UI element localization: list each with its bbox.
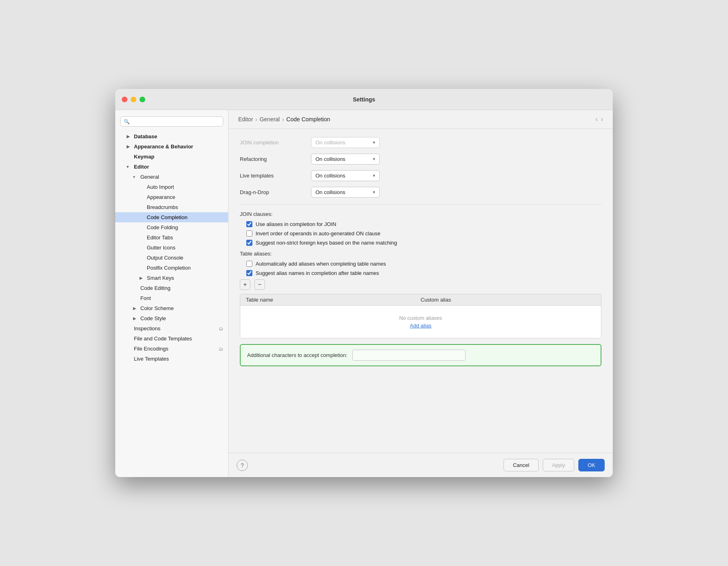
sidebar-item-postfix-completion[interactable]: ▶ Postfix Completion xyxy=(115,263,228,273)
auto-add-aliases-checkbox[interactable] xyxy=(246,261,252,267)
sidebar-item-label: Appearance & Behavior xyxy=(134,144,193,150)
invert-order-checkbox[interactable] xyxy=(246,230,252,237)
file-encodings-icon: 🗂 xyxy=(219,346,223,351)
chevron-down-icon: ▾ xyxy=(133,175,139,179)
sidebar-item-output-console[interactable]: ▶ Output Console xyxy=(115,253,228,263)
alias-table-header: Table name Custom alias xyxy=(240,294,601,306)
no-aliases-text: No custom aliases xyxy=(399,315,442,321)
sidebar-item-label: File and Code Templates xyxy=(134,336,192,342)
search-icon: 🔍 xyxy=(124,119,130,125)
join-completion-dropdown[interactable]: On collisions ▾ xyxy=(311,137,380,148)
completion-input[interactable] xyxy=(352,350,466,361)
apply-button[interactable]: Apply xyxy=(543,459,575,471)
window-controls xyxy=(122,97,145,102)
forward-button[interactable]: › xyxy=(601,116,603,123)
sidebar-item-label: Postfix Completion xyxy=(147,265,190,271)
sidebar-item-appearance-behavior[interactable]: ▶ Appearance & Behavior xyxy=(115,142,228,152)
cancel-button[interactable]: Cancel xyxy=(504,459,538,471)
drag-n-drop-row: Drag-n-Drop On collisions ▾ xyxy=(240,187,601,198)
sidebar-item-editor[interactable]: ▾ Editor xyxy=(115,162,228,172)
live-templates-label: Live templates xyxy=(240,173,305,179)
search-input[interactable] xyxy=(132,118,220,125)
custom-alias-col-header: Custom alias xyxy=(421,297,595,303)
chevron-down-icon: ▾ xyxy=(373,173,375,178)
sidebar-item-label: Code Folding xyxy=(147,224,178,230)
add-alias-link[interactable]: Add alias xyxy=(410,323,431,329)
sidebar-item-label: Code Completion xyxy=(147,214,187,220)
sidebar-item-inspections[interactable]: ▶ Inspections 🗂 xyxy=(115,323,228,334)
sidebar-item-color-scheme[interactable]: ▶ Color Scheme xyxy=(115,303,228,313)
bottom-bar: ? Cancel Apply OK xyxy=(229,453,613,477)
breadcrumb-bar: Editor › General › Code Completion ‹ › xyxy=(229,110,613,129)
ok-button[interactable]: OK xyxy=(578,459,605,471)
invert-order-row: Invert order of operands in auto-generat… xyxy=(240,230,601,237)
suggest-foreign-keys-checkbox[interactable] xyxy=(246,240,252,246)
chevron-down-icon: ▾ xyxy=(127,165,132,169)
sidebar-item-gutter-icons[interactable]: ▶ Gutter Icons xyxy=(115,243,228,253)
use-aliases-join-label: Use aliases in completion for JOIN xyxy=(256,221,336,227)
sidebar-item-label: Appearance xyxy=(147,194,175,200)
sidebar-item-live-templates[interactable]: ▶ Live Templates xyxy=(115,354,228,364)
live-templates-value: On collisions xyxy=(315,173,370,179)
sidebar-item-label: Font xyxy=(140,295,151,301)
sidebar-item-file-code-templates[interactable]: ▶ File and Code Templates xyxy=(115,334,228,344)
sidebar-item-code-style[interactable]: ▶ Code Style xyxy=(115,313,228,323)
sidebar-item-label: Editor Tabs xyxy=(147,234,173,241)
settings-dialog: Settings 🔍 ▶ Database ▶ Appearance & Beh… xyxy=(115,89,613,477)
sidebar-item-code-editing[interactable]: ▶ Code Editing xyxy=(115,283,228,293)
sidebar-item-label: Inspections xyxy=(134,325,161,332)
chevron-right-icon: ▶ xyxy=(127,134,132,139)
sidebar-item-code-completion[interactable]: ▶ Code Completion xyxy=(115,212,228,222)
suggest-foreign-keys-row: Suggest non-strict foreign keys based on… xyxy=(240,240,601,246)
sidebar-item-auto-import[interactable]: ▶ Auto Import xyxy=(115,182,228,192)
sidebar-item-database[interactable]: ▶ Database xyxy=(115,131,228,142)
table-aliases-heading: Table aliases: xyxy=(240,251,601,257)
minimize-button[interactable] xyxy=(131,97,136,102)
refactoring-value: On collisions xyxy=(315,156,370,162)
join-completion-row: JOIN completion On collisions ▾ xyxy=(240,137,601,148)
sidebar-item-general[interactable]: ▾ General xyxy=(115,172,228,182)
sidebar-item-label: Editor xyxy=(134,164,149,170)
breadcrumb-sep-1: › xyxy=(256,116,257,122)
invert-order-label: Invert order of operands in auto-generat… xyxy=(256,230,381,237)
chevron-right-icon: ▶ xyxy=(133,316,139,321)
sidebar-item-label: File Encodings xyxy=(134,346,168,352)
title-bar: Settings xyxy=(115,89,613,110)
search-box[interactable]: 🔍 xyxy=(120,116,223,127)
sidebar-item-appearance[interactable]: ▶ Appearance xyxy=(115,192,228,202)
sidebar-item-keymap[interactable]: ▶ Keymap xyxy=(115,152,228,162)
remove-alias-btn[interactable]: − xyxy=(254,279,265,290)
add-alias-btn[interactable]: + xyxy=(240,279,250,290)
use-aliases-join-checkbox[interactable] xyxy=(246,221,252,227)
close-button[interactable] xyxy=(122,97,127,102)
maximize-button[interactable] xyxy=(140,97,145,102)
live-templates-dropdown[interactable]: On collisions ▾ xyxy=(311,170,380,181)
sidebar-item-smart-keys[interactable]: ▶ Smart Keys xyxy=(115,273,228,283)
drag-n-drop-dropdown[interactable]: On collisions ▾ xyxy=(311,187,380,198)
join-clauses-heading: JOIN clauses: xyxy=(240,211,601,217)
chevron-down-icon: ▾ xyxy=(373,190,375,195)
completion-box: Additional characters to accept completi… xyxy=(240,344,601,366)
sidebar-item-code-folding[interactable]: ▶ Code Folding xyxy=(115,222,228,232)
help-button[interactable]: ? xyxy=(237,460,248,471)
sidebar-item-label: Color Scheme xyxy=(140,305,174,311)
suggest-foreign-keys-label: Suggest non-strict foreign keys based on… xyxy=(256,240,397,246)
dialog-title: Settings xyxy=(353,96,375,103)
sidebar-item-file-encodings[interactable]: ▶ File Encodings 🗂 xyxy=(115,344,228,354)
content-scroll: JOIN completion On collisions ▾ Refactor… xyxy=(229,129,613,453)
content-area: Editor › General › Code Completion ‹ › J… xyxy=(229,110,613,477)
sidebar-item-editor-tabs[interactable]: ▶ Editor Tabs xyxy=(115,232,228,243)
breadcrumb-sep-2: › xyxy=(282,116,284,122)
refactoring-dropdown[interactable]: On collisions ▾ xyxy=(311,154,380,165)
chevron-down-icon: ▾ xyxy=(373,156,375,162)
sidebar-item-breadcrumbs[interactable]: ▶ Breadcrumbs xyxy=(115,202,228,212)
sidebar-item-label: Code Editing xyxy=(140,285,170,291)
sidebar: 🔍 ▶ Database ▶ Appearance & Behavior ▶ K… xyxy=(115,110,229,477)
join-completion-label: JOIN completion xyxy=(240,139,305,146)
join-completion-value: On collisions xyxy=(315,139,370,146)
sidebar-item-label: Smart Keys xyxy=(147,275,174,281)
suggest-alias-names-checkbox[interactable] xyxy=(246,270,252,276)
sidebar-item-font[interactable]: ▶ Font xyxy=(115,293,228,303)
back-button[interactable]: ‹ xyxy=(595,116,597,123)
sidebar-item-label: Output Console xyxy=(147,255,183,261)
